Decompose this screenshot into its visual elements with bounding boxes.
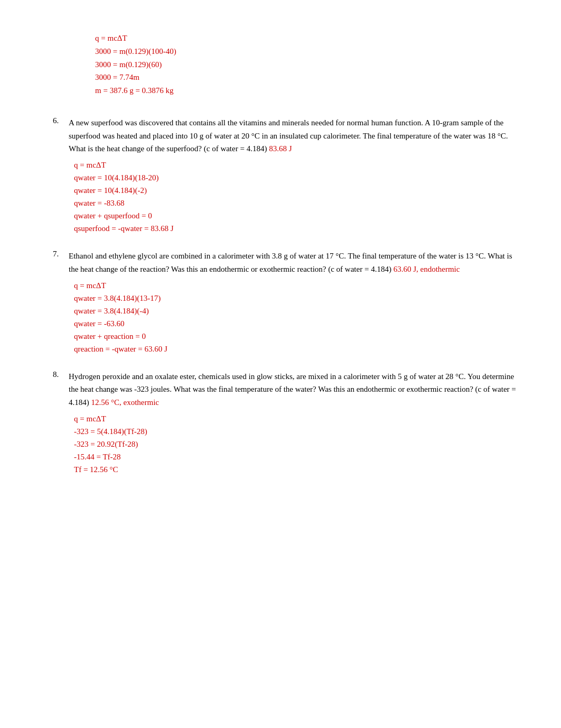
question-6-formulas: q = mcΔT qwater = 10(4.184)(18-20) qwate… <box>74 159 518 235</box>
top-formula-line-1: 3000 = m(0.129)(100-40) <box>95 45 518 58</box>
question-8-row: 8. Hydrogen peroxide and an oxalate este… <box>53 370 518 409</box>
q7-formula-5: qreaction = -qwater = 63.60 J <box>74 343 518 355</box>
q7-formula-0: q = mcΔT <box>74 279 518 292</box>
q8-formula-2: -323 = 20.92(Tf-28) <box>74 438 518 450</box>
q6-formula-1: qwater = 10(4.184)(18-20) <box>74 171 518 184</box>
question-6: 6. A new superfood was discovered that c… <box>53 116 518 235</box>
top-formula-line-4: m = 387.6 g = 0.3876 kg <box>95 84 518 97</box>
question-7-formulas: q = mcΔT qwater = 3.8(4.184)(13-17) qwat… <box>74 279 518 355</box>
top-formula-block: q = mcΔT 3000 = m(0.129)(100-40) 3000 = … <box>95 32 518 97</box>
q8-formula-4: Tf = 12.56 °C <box>74 463 518 476</box>
top-formula-line-0: q = mcΔT <box>95 32 518 45</box>
q7-formula-2: qwater = 3.8(4.184)(-4) <box>74 305 518 317</box>
q6-formula-3: qwater = -83.68 <box>74 197 518 209</box>
page-content: q = mcΔT 3000 = m(0.129)(100-40) 3000 = … <box>53 32 518 476</box>
top-formula-line-3: 3000 = 7.74m <box>95 71 518 84</box>
question-7-number: 7. <box>53 250 69 276</box>
question-8-formulas: q = mcΔT -323 = 5(4.184)(Tf-28) -323 = 2… <box>74 412 518 476</box>
question-8-text: Hydrogen peroxide and an oxalate ester, … <box>69 370 518 409</box>
question-6-row: 6. A new superfood was discovered that c… <box>53 116 518 155</box>
q8-formula-1: -323 = 5(4.184)(Tf-28) <box>74 425 518 438</box>
q6-formula-5: qsuperfood = -qwater = 83.68 J <box>74 222 518 235</box>
question-8-number: 8. <box>53 370 69 409</box>
top-formula-line-2: 3000 = m(0.129)(60) <box>95 58 518 71</box>
q8-formula-0: q = mcΔT <box>74 412 518 425</box>
question-6-text: A new superfood was discovered that cont… <box>69 116 518 155</box>
q6-formula-2: qwater = 10(4.184)(-2) <box>74 184 518 197</box>
question-7-row: 7. Ethanol and ethylene glycol are combi… <box>53 250 518 276</box>
q8-formula-3: -15.44 = Tf-28 <box>74 450 518 463</box>
q7-formula-1: qwater = 3.8(4.184)(13-17) <box>74 292 518 305</box>
question-7-text: Ethanol and ethylene glycol are combined… <box>69 250 518 276</box>
question-7-answer: 63.60 J, endothermic <box>394 265 460 273</box>
q7-formula-3: qwater = -63.60 <box>74 317 518 330</box>
question-8-answer: 12.56 °C, exothermic <box>91 398 159 407</box>
q7-formula-4: qwater + qreaction = 0 <box>74 330 518 343</box>
q6-formula-0: q = mcΔT <box>74 159 518 171</box>
q6-formula-4: qwater + qsuperfood = 0 <box>74 209 518 222</box>
question-7: 7. Ethanol and ethylene glycol are combi… <box>53 250 518 355</box>
question-6-answer: 83.68 J <box>269 144 292 153</box>
question-6-number: 6. <box>53 116 69 155</box>
question-8: 8. Hydrogen peroxide and an oxalate este… <box>53 370 518 476</box>
